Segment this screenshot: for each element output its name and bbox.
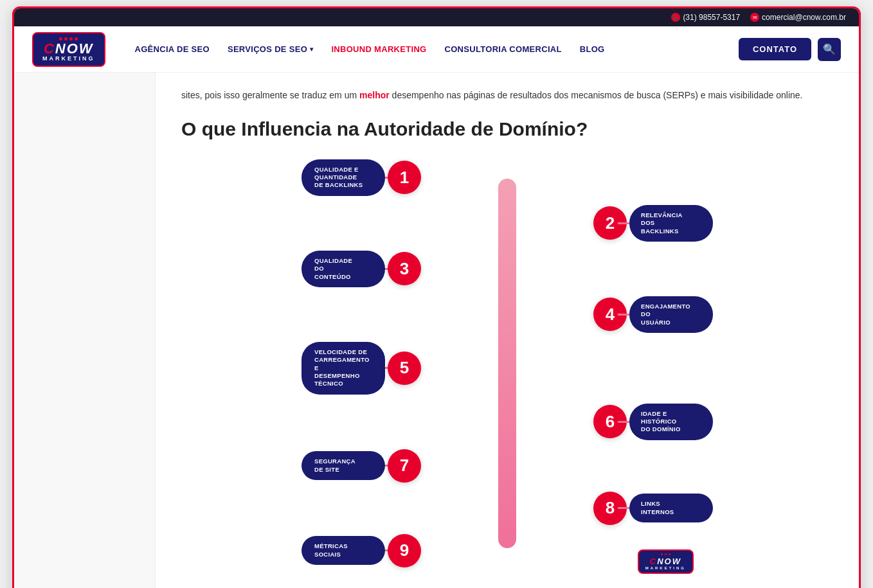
pill-text-4: ENGAJAMENTODOUSUÁRIO (641, 303, 690, 326)
pill-text-6: IDADE EHISTÓRICODO DOMÍNIO (641, 410, 681, 434)
info-row-8: LINKSINTERNOS 8 (302, 492, 713, 525)
pill-text-5: VELOCIDADE DECARREGAMENTOEDESEMPENHOTÉCN… (314, 348, 370, 388)
pill-text-7: SEGURANÇADE SITE (314, 458, 356, 474)
content-area: sites, pois isso geralmente se traduz em… (14, 73, 859, 588)
info-pill-4: ENGAJAMENTODOUSUÁRIO 4 (593, 296, 713, 333)
logo-dot-1 (59, 37, 62, 40)
logo: CNOW MARKETING (32, 32, 105, 67)
pill-body-1: QUALIDADE EQUANTIDADEDE BACKLINKS (302, 159, 385, 196)
info-pill-5: VELOCIDADE DECARREGAMENTOEDESEMPENHOTÉCN… (302, 342, 421, 395)
pill-number-5: 5 (388, 352, 421, 385)
top-bar-contact: 📞 (31) 98557-5317 ✉ comercial@cnow.com.b… (671, 13, 846, 22)
email-address: comercial@cnow.com.br (762, 13, 846, 22)
dropdown-arrow-servicos: ▾ (310, 46, 313, 53)
logo-box: CNOW MARKETING (32, 32, 105, 67)
phone-number: (31) 98557-5317 (683, 13, 740, 22)
highlight-melhor: melhor (359, 90, 390, 100)
pill-body-9: MÉTRICASSOCIAIS (302, 536, 385, 565)
nav-link-blog[interactable]: BLOG (571, 44, 614, 54)
pill-number-1: 1 (388, 161, 421, 194)
info-row-9: MÉTRICASSOCIAIS 9 (302, 534, 713, 567)
email-icon: ✉ (750, 13, 759, 22)
pill-number-9: 9 (388, 534, 421, 567)
navbar: CNOW MARKETING AGÊNCIA DE SEO SERVIÇOS D… (14, 26, 859, 73)
pill-number-7: 7 (388, 449, 421, 483)
info-pill-8: LINKSINTERNOS 8 (593, 492, 713, 525)
phone-icon: 📞 (671, 13, 680, 22)
email-info: ✉ comercial@cnow.com.br (750, 13, 846, 22)
logo-dot-3 (69, 37, 73, 40)
pill-body-2: RELEVÂNCIADOSBACKLINKS (629, 205, 713, 242)
pill-body-4: ENGAJAMENTODOUSUÁRIO (629, 296, 713, 333)
pill-body-8: LINKSINTERNOS (629, 494, 713, 522)
search-icon[interactable]: 🔍 (818, 38, 841, 61)
info-pill-2: RELEVÂNCIADOSBACKLINKS 2 (593, 205, 713, 242)
logo-dots (59, 37, 78, 40)
nav-link-servicos[interactable]: SERVIÇOS DE SEO ▾ (219, 44, 323, 54)
info-row-5: VELOCIDADE DECARREGAMENTOEDESEMPENHOTÉCN… (302, 342, 713, 395)
contato-button[interactable]: CONTATO (739, 38, 811, 60)
logo-cnow: CNOW (44, 42, 94, 56)
pill-body-6: IDADE EHISTÓRICODO DOMÍNIO (629, 404, 713, 440)
pill-text-3: QUALIDADEDOCONTEÚDO (314, 257, 352, 281)
connector-6 (618, 421, 629, 423)
pill-text-2: RELEVÂNCIADOSBACKLINKS (641, 211, 683, 235)
intro-text: sites, pois isso geralmente se traduz em… (181, 88, 833, 103)
connector-2 (618, 222, 629, 224)
section-title: O que Influencia na Autoridade de Domíni… (181, 116, 833, 141)
info-pill-6: IDADE EHISTÓRICODO DOMÍNIO 6 (593, 404, 713, 440)
nav-link-servicos-label: SERVIÇOS DE SEO (228, 44, 307, 54)
info-pill-9: MÉTRICASSOCIAIS 9 (302, 534, 421, 567)
info-pill-3: QUALIDADEDOCONTEÚDO 3 (302, 251, 421, 287)
nav-link-inbound[interactable]: INBOUND MARKETING (322, 44, 435, 54)
sidebar (14, 73, 156, 588)
info-pill-1: QUALIDADE EQUANTIDADEDE BACKLINKS 1 (302, 159, 421, 196)
info-row-7: SEGURANÇADE SITE 7 (302, 449, 713, 483)
connector-8 (618, 507, 629, 509)
pill-text-8: LINKSINTERNOS (641, 500, 674, 516)
nav-links: AGÊNCIA DE SEO SERVIÇOS DE SEO ▾ INBOUND… (126, 44, 731, 54)
pill-number-3: 3 (388, 252, 421, 285)
info-row-2: RELEVÂNCIADOSBACKLINKS 2 (302, 205, 713, 242)
connector-4 (618, 314, 629, 316)
logo-c: C (44, 40, 55, 57)
info-row-4: ENGAJAMENTODOUSUÁRIO 4 (302, 296, 713, 333)
phone-info: 📞 (31) 98557-5317 (671, 13, 740, 22)
info-row-6: IDADE EHISTÓRICODO DOMÍNIO 6 (302, 404, 713, 440)
nav-link-consultoria[interactable]: CONSULTORIA COMERCIAL (436, 44, 571, 54)
info-row-1: QUALIDADE EQUANTIDADEDE BACKLINKS 1 (302, 159, 713, 196)
infographic: QUALIDADE EQUANTIDADEDE BACKLINKS 1 RELE… (302, 159, 713, 567)
top-bar: 📞 (31) 98557-5317 ✉ comercial@cnow.com.b… (14, 8, 859, 26)
nav-link-agencia[interactable]: AGÊNCIA DE SEO (126, 44, 219, 54)
main-content: sites, pois isso geralmente se traduz em… (156, 73, 859, 588)
pill-text-1: QUALIDADE EQUANTIDADEDE BACKLINKS (314, 166, 363, 190)
logo-marketing: MARKETING (42, 56, 95, 62)
info-row-3: QUALIDADEDOCONTEÚDO 3 (302, 251, 713, 287)
pill-body-7: SEGURANÇADE SITE (302, 451, 385, 480)
info-pill-7: SEGURANÇADE SITE 7 (302, 449, 421, 483)
browser-frame: 📞 (31) 98557-5317 ✉ comercial@cnow.com.b… (12, 6, 861, 588)
pill-text-9: MÉTRICASSOCIAIS (314, 542, 348, 558)
pill-body-5: VELOCIDADE DECARREGAMENTOEDESEMPENHOTÉCN… (302, 342, 385, 395)
logo-dot-4 (75, 37, 78, 40)
logo-dot-2 (64, 37, 68, 40)
pill-body-3: QUALIDADEDOCONTEÚDO (302, 251, 385, 287)
